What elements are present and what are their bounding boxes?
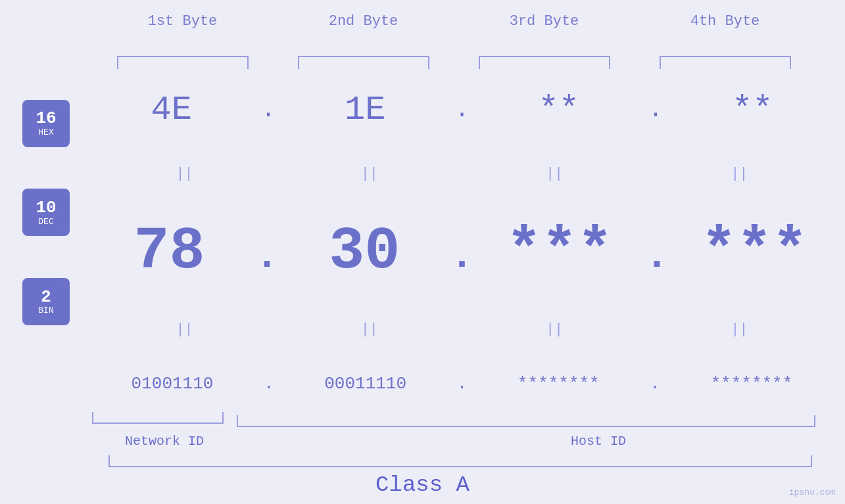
dot-b3: . <box>650 374 660 394</box>
hex-badge-label: HEX <box>38 128 53 137</box>
dec-val-4: *** <box>701 218 808 285</box>
bin-val-4: ******** <box>711 374 793 394</box>
hex-data-row: 4E . 1E . ** . ** <box>92 91 832 129</box>
dot-b1: . <box>264 374 274 394</box>
byte2-header: 2nd Byte <box>291 13 436 53</box>
dec-badge: 10 DEC <box>22 189 70 236</box>
equals-row-1: || || || || <box>92 166 832 182</box>
rows-area: 4E . 1E . ** . ** || || || || <box>92 72 832 412</box>
bracket-bottom-host <box>237 415 815 427</box>
bin-cell-2: 00011110 <box>293 374 438 394</box>
bin-cell-1: 01001110 <box>100 374 245 394</box>
bin-val-3: ******** <box>518 374 600 394</box>
bin-badge-label: BIN <box>38 306 53 315</box>
class-label: Class A <box>0 472 845 497</box>
bottom-section: Network ID Host ID Class A <box>0 412 845 504</box>
dec-val-3: *** <box>506 218 613 285</box>
byte4-header: 4th Byte <box>653 13 798 53</box>
network-id-label: Network ID <box>92 434 237 449</box>
eq2-3: || <box>482 321 627 338</box>
hex-cell-1: 4E <box>99 91 244 129</box>
eq2-2: || <box>297 321 442 338</box>
bin-val-1: 01001110 <box>132 374 214 394</box>
dot-d3: . <box>645 234 669 279</box>
eq1-2: || <box>297 166 442 182</box>
eq2-1: || <box>112 321 257 338</box>
equals-row-2: || || || || <box>92 321 832 338</box>
dec-cell-3: *** <box>487 218 632 285</box>
dot-d1: . <box>255 234 279 279</box>
host-id-label: Host ID <box>381 434 815 449</box>
id-labels-row: Network ID Host ID <box>92 434 815 449</box>
dec-cell-1: 78 <box>97 218 242 285</box>
bracket-bottom-network <box>92 412 224 424</box>
dec-data-row: 78 . 30 . *** . *** <box>92 218 832 285</box>
content-area: 16 HEX 10 DEC 2 BIN 4E . 1E <box>0 72 845 412</box>
dot-h3: . <box>648 97 663 124</box>
byte3-header: 3rd Byte <box>472 13 617 53</box>
watermark: ipshu.com <box>789 488 835 497</box>
bin-data-row: 01001110 . 00011110 . ******** . *******… <box>92 374 832 394</box>
dot-b2: . <box>457 374 468 394</box>
big-bottom-bracket <box>109 455 812 467</box>
hex-cell-4: ** <box>680 91 825 129</box>
bracket-top-4 <box>660 56 791 69</box>
bin-badge-num: 2 <box>41 288 51 307</box>
hex-badge-num: 16 <box>36 109 56 128</box>
dot-h1: . <box>261 97 276 124</box>
bin-cell-4: ******** <box>679 374 824 394</box>
dot-h2: . <box>455 97 470 124</box>
bracket-top-1 <box>117 56 249 69</box>
bin-badge: 2 BIN <box>22 278 70 325</box>
hex-cell-2: 1E <box>293 91 437 129</box>
eq1-1: || <box>112 166 257 182</box>
hex-val-4: ** <box>732 91 773 129</box>
hex-cell-3: ** <box>487 91 631 129</box>
hex-val-1: 4E <box>151 91 192 129</box>
bin-cell-3: ******** <box>486 374 631 394</box>
dec-cell-4: *** <box>682 218 827 285</box>
dec-val-1: 78 <box>134 218 205 285</box>
dot-d2: . <box>450 234 473 279</box>
dec-val-2: 30 <box>329 218 400 285</box>
dec-badge-num: 10 <box>36 198 56 218</box>
eq2-4: || <box>667 321 811 338</box>
bottom-brackets-container <box>92 412 815 428</box>
badges-column: 16 HEX 10 DEC 2 BIN <box>0 72 92 412</box>
byte-headers: 1st Byte 2nd Byte 3rd Byte 4th Byte <box>92 13 815 53</box>
dec-cell-2: 30 <box>292 218 437 285</box>
eq1-4: || <box>667 166 811 182</box>
bracket-top-2 <box>298 56 429 69</box>
hex-val-3: ** <box>539 91 579 129</box>
eq1-3: || <box>482 166 627 182</box>
byte1-header: 1st Byte <box>110 13 255 53</box>
hex-val-2: 1E <box>345 91 385 129</box>
hex-badge: 16 HEX <box>22 100 70 147</box>
dec-badge-label: DEC <box>38 218 53 227</box>
bin-val-2: 00011110 <box>324 374 406 394</box>
page-container: 1st Byte 2nd Byte 3rd Byte 4th Byte 16 H… <box>0 0 845 504</box>
bracket-top-3 <box>479 56 610 69</box>
